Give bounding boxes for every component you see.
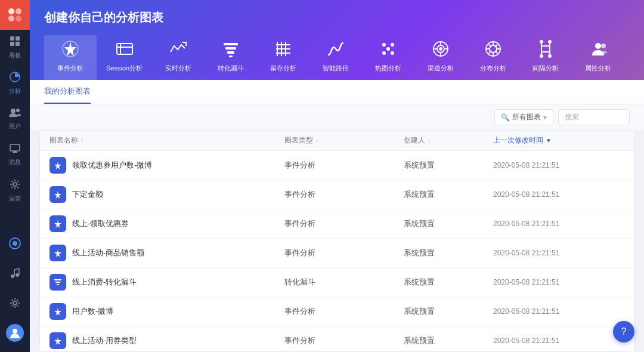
th-type: 图表类型 ↕	[284, 135, 404, 146]
svg-point-10	[16, 109, 20, 112]
row-creator: 系统预置	[404, 335, 493, 346]
table-row[interactable]: 下定金额 事件分析 系统预置 2020-05-08 21:21:51	[40, 180, 634, 209]
sidebar-item-music[interactable]	[0, 260, 30, 286]
chart-type-label: 分布分析	[480, 64, 506, 73]
funnel-icon	[222, 40, 240, 60]
svg-point-35	[382, 51, 386, 55]
svg-rect-24	[225, 47, 236, 50]
chart-type-retention[interactable]: 留存分析	[257, 35, 309, 80]
sidebar-item-users[interactable]: 用户	[0, 101, 30, 137]
row-modified: 2020-05-08 21:21:51	[493, 278, 624, 286]
th-creator: 创建人 ↕	[404, 135, 493, 146]
event-icon	[61, 40, 79, 60]
table-row[interactable]: 用户数-微博 事件分析 系统预置 2020-05-08 21:21:51	[40, 297, 634, 326]
operations-icon	[10, 179, 20, 193]
sidebar-item-settings[interactable]	[0, 289, 30, 316]
chart-type-label: 属性分析	[585, 64, 611, 73]
svg-rect-25	[227, 51, 234, 54]
row-name: 下定金额	[49, 186, 284, 203]
chart-type-event[interactable]: 事件分析	[44, 35, 97, 80]
sort-icon-modified[interactable]: ▼	[546, 137, 552, 144]
svg-rect-26	[229, 55, 233, 57]
sidebar-item-analysis[interactable]: 分析	[0, 66, 30, 101]
svg-point-17	[13, 301, 17, 305]
table-row[interactable]: 线上活动-商品销售额 事件分析 系统预置 2020-05-08 21:21:51	[40, 239, 634, 268]
svg-point-55	[595, 43, 601, 49]
th-name: 图表名称 ↕	[49, 135, 284, 146]
svg-point-1	[16, 8, 21, 14]
sort-icon-name[interactable]: ↕	[80, 137, 83, 144]
svg-rect-6	[10, 42, 14, 46]
row-type: 事件分析	[284, 306, 404, 317]
row-type: 事件分析	[284, 218, 404, 229]
interval-icon	[537, 40, 555, 60]
row-name: 线上活动-商品销售额	[49, 245, 284, 261]
sidebar-item-dashboard[interactable]: 看板	[0, 30, 30, 66]
row-name: 线上-领取优惠券	[49, 215, 284, 232]
table-row[interactable]: 线上-领取优惠券 事件分析 系统预置 2020-05-08 21:21:51	[40, 209, 634, 239]
row-creator: 系统预置	[404, 160, 493, 171]
sidebar-item-operations[interactable]: 运营	[0, 173, 30, 209]
svg-point-12	[13, 183, 17, 186]
chart-type-channel[interactable]: 渠道分析	[414, 35, 467, 80]
top-section: 创建你自己的分析图表 事件分析	[30, 0, 644, 80]
distribution-icon	[484, 40, 502, 60]
row-creator: 系统预置	[404, 277, 493, 288]
main-content: 创建你自己的分析图表 事件分析	[30, 0, 644, 352]
svg-point-37	[386, 47, 390, 51]
chart-type-label: 间隔分析	[532, 64, 559, 73]
row-type: 事件分析	[284, 248, 404, 258]
svg-point-56	[601, 44, 606, 48]
row-name: 线上消费-转化漏斗	[49, 274, 284, 291]
table-row[interactable]: 线上消费-转化漏斗 转化漏斗 系统预置 2020-05-08 21:21:51	[40, 268, 634, 297]
th-modified: 上一次修改时间 ▼	[493, 135, 624, 146]
sidebar-item-label: 运营	[9, 194, 21, 203]
svg-point-51	[540, 41, 543, 43]
row-icon	[49, 157, 66, 174]
chart-type-attribute[interactable]: 属性分析	[572, 35, 624, 80]
sidebar-item-circle[interactable]	[0, 230, 30, 257]
row-creator: 系统预置	[404, 306, 493, 317]
users-icon	[9, 108, 21, 121]
svg-rect-20	[117, 44, 132, 54]
row-modified: 2020-05-08 21:21:51	[493, 161, 624, 169]
tab-my-charts[interactable]: 我的分析图表	[44, 80, 91, 104]
svg-rect-58	[55, 282, 60, 283]
chart-type-funnel[interactable]: 转化漏斗	[205, 35, 257, 80]
chart-types-bar: 事件分析 Session分析	[44, 35, 630, 80]
filter-dropdown-icon: ▾	[543, 113, 547, 122]
chart-type-heatmap[interactable]: 热图分析	[362, 35, 414, 80]
help-button[interactable]: ?	[613, 321, 634, 342]
chart-type-session[interactable]: Session分析	[97, 35, 152, 80]
chart-type-label: 转化漏斗	[218, 64, 244, 73]
chart-type-label: 渠道分析	[428, 64, 454, 73]
svg-rect-5	[16, 36, 20, 41]
sidebar-item-avatar[interactable]	[0, 319, 30, 346]
search-box[interactable]: 搜索	[558, 109, 630, 125]
row-type: 转化漏斗	[284, 277, 404, 288]
filter-bar: 🔍 所有图表 ▾ 搜索	[30, 104, 644, 130]
sort-icon-creator[interactable]: ↕	[428, 137, 431, 144]
row-icon	[49, 215, 66, 232]
row-name: 领取优惠券用户数-微博	[49, 157, 284, 174]
heatmap-icon	[379, 40, 397, 60]
sidebar: 看板 分析 用户 消息	[0, 0, 30, 352]
row-modified: 2020-05-08 21:21:51	[493, 307, 624, 316]
table-row[interactable]: 线上活动-用券类型 事件分析 系统预置 2020-05-08 21:21:51	[40, 326, 634, 352]
chart-type-path[interactable]: 智能路径	[309, 35, 362, 80]
chart-type-distribution[interactable]: 分布分析	[467, 35, 519, 80]
table-row[interactable]: 领取优惠券用户数-微博 事件分析 系统预置 2020-05-08 21:21:5…	[40, 151, 634, 180]
sidebar-item-label: 看板	[9, 51, 21, 60]
chart-type-label: 热图分析	[375, 64, 401, 73]
sort-icon-type[interactable]: ↕	[315, 137, 318, 144]
chart-type-realtime[interactable]: 实时分析	[152, 35, 205, 80]
row-creator: 系统预置	[404, 189, 493, 200]
sidebar-item-messages[interactable]: 消息	[0, 137, 30, 173]
chart-type-label: 留存分析	[270, 64, 296, 73]
avatar	[6, 324, 24, 342]
chart-type-interval[interactable]: 间隔分析	[519, 35, 572, 80]
row-icon	[49, 303, 66, 320]
svg-rect-23	[224, 43, 238, 45]
type-filter-select[interactable]: 🔍 所有图表 ▾	[494, 109, 553, 125]
row-name: 用户数-微博	[49, 303, 284, 320]
